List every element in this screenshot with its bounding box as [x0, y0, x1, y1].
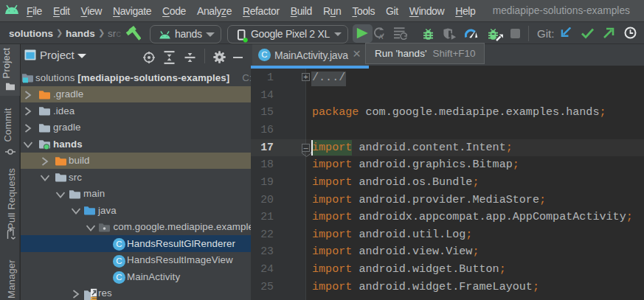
- svg-text:A: A: [378, 33, 383, 41]
